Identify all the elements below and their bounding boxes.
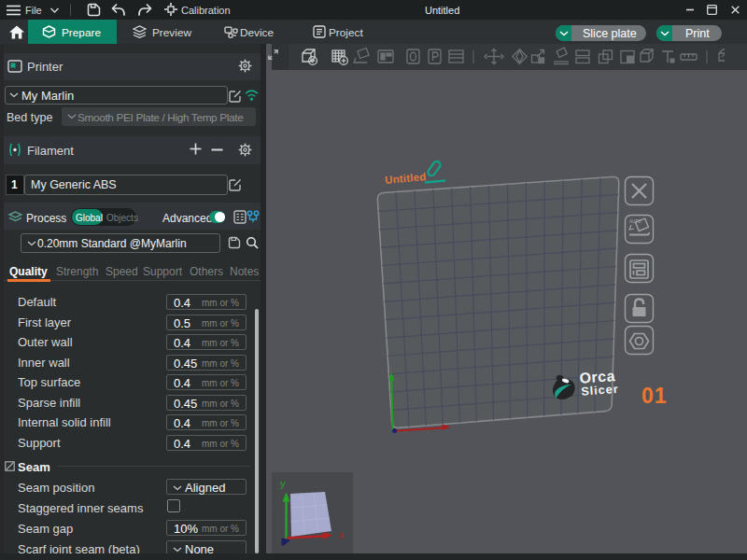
svg-text:x: x — [339, 529, 345, 540]
svg-text:y: y — [280, 478, 286, 489]
svg-text:AUTO: AUTO — [629, 219, 641, 224]
